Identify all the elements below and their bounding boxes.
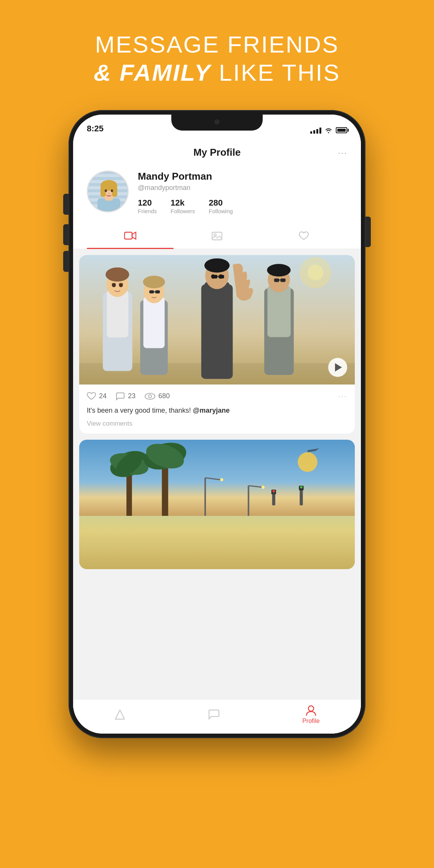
stat-friends: 120 Friends xyxy=(138,198,157,214)
view-comments-button[interactable]: View comments xyxy=(79,418,355,434)
post-caption-1: It's been a very good time, thanks! @mar… xyxy=(79,406,355,418)
feed: 24 23 xyxy=(73,249,361,699)
svg-rect-35 xyxy=(204,282,230,337)
caption-mention[interactable]: @maryjane xyxy=(193,407,230,414)
svg-rect-48 xyxy=(281,278,286,282)
friends-count: 120 xyxy=(138,198,157,208)
svg-point-52 xyxy=(145,393,155,399)
battery-icon xyxy=(336,127,347,133)
friends-label: Friends xyxy=(138,208,157,214)
like-icon xyxy=(87,392,96,400)
svg-rect-32 xyxy=(155,290,160,293)
svg-point-46 xyxy=(267,264,290,276)
avatar xyxy=(87,171,129,212)
stats-row: 120 Friends 12k Followers 280 Following xyxy=(138,198,347,214)
svg-marker-16 xyxy=(132,232,136,239)
svg-point-51 xyxy=(308,265,323,280)
play-button[interactable] xyxy=(328,358,347,377)
svg-point-75 xyxy=(300,486,302,488)
status-time: 8:25 xyxy=(87,124,104,134)
comments-group[interactable]: 23 xyxy=(116,392,136,400)
caption-text: It's been a very good time, thanks! xyxy=(87,407,191,414)
phone-mockup: 8:25 xyxy=(69,110,365,738)
tabs-row xyxy=(73,223,361,249)
play-triangle-icon xyxy=(335,363,342,372)
svg-point-68 xyxy=(262,486,265,489)
following-label: Following xyxy=(209,208,233,214)
user-info: Mandy Portman @mandyportman 120 Friends … xyxy=(138,171,347,214)
wifi-icon xyxy=(324,127,333,134)
svg-point-14 xyxy=(111,189,113,192)
svg-rect-41 xyxy=(219,275,224,278)
svg-point-13 xyxy=(105,189,107,192)
profile-title: My Profile xyxy=(193,147,241,158)
profile-header: My Profile ··· xyxy=(73,137,361,164)
svg-rect-69 xyxy=(272,493,275,505)
followers-label: Followers xyxy=(171,208,195,214)
svg-marker-76 xyxy=(115,710,124,719)
svg-rect-31 xyxy=(149,290,154,293)
stat-followers: 12k Followers xyxy=(171,198,195,214)
views-group: 680 xyxy=(145,392,170,400)
headline-line1: MESSAGE FRIENDS xyxy=(94,30,340,59)
nav-feed[interactable] xyxy=(114,709,126,720)
svg-point-55 xyxy=(298,452,318,472)
avatar-image xyxy=(88,172,129,212)
post-card-2 xyxy=(79,440,355,569)
tab-video[interactable] xyxy=(87,223,174,249)
bottom-nav: Profile xyxy=(73,699,361,734)
post-image-2 xyxy=(79,440,355,569)
view-icon xyxy=(145,393,155,400)
headline: MESSAGE FRIENDS & FAMILY LIKE THIS xyxy=(94,30,340,87)
photo-icon xyxy=(212,231,222,241)
camera-dot xyxy=(214,119,220,124)
heart-icon xyxy=(298,231,309,241)
likes-group[interactable]: 24 xyxy=(87,392,107,400)
svg-point-24 xyxy=(105,267,129,281)
headline-bold: & FAMILY xyxy=(94,59,211,86)
post-card-1: 24 23 xyxy=(79,255,355,434)
profile-nav-icon xyxy=(305,705,317,716)
nav-messages[interactable] xyxy=(208,709,220,720)
svg-rect-47 xyxy=(274,278,279,282)
post-more-button[interactable]: ··· xyxy=(338,391,347,401)
followers-count: 12k xyxy=(171,198,195,208)
svg-rect-15 xyxy=(124,232,132,239)
signal-icon xyxy=(310,127,321,134)
headline-line2: & FAMILY LIKE THIS xyxy=(94,59,340,87)
tab-photos[interactable] xyxy=(174,223,260,249)
more-menu-button[interactable]: ··· xyxy=(338,148,347,158)
likes-count: 24 xyxy=(99,392,107,400)
post-actions-1: 24 23 xyxy=(79,385,355,406)
svg-rect-28 xyxy=(144,297,165,348)
phone-notch xyxy=(171,115,263,131)
phone-screen: 8:25 xyxy=(73,115,361,734)
svg-rect-17 xyxy=(212,232,222,240)
user-section: Mandy Portman @mandyportman 120 Friends … xyxy=(73,164,361,223)
phone-outer: 8:25 xyxy=(69,110,365,738)
tab-likes[interactable] xyxy=(260,223,347,249)
post-image-1 xyxy=(79,255,355,385)
status-icons xyxy=(310,127,347,134)
video-icon xyxy=(124,231,136,240)
comment-icon xyxy=(116,392,125,400)
headline-normal: LIKE THIS xyxy=(211,59,340,86)
user-handle: @mandyportman xyxy=(138,184,347,192)
svg-rect-44 xyxy=(267,286,290,337)
svg-point-65 xyxy=(220,478,223,481)
svg-rect-40 xyxy=(212,275,217,278)
views-count: 680 xyxy=(158,392,170,400)
svg-point-37 xyxy=(204,258,230,272)
post-image-svg-2 xyxy=(79,440,355,516)
svg-point-72 xyxy=(273,492,275,494)
app-content: My Profile ··· xyxy=(73,137,361,734)
messages-icon xyxy=(208,709,220,720)
feed-icon xyxy=(114,709,126,720)
svg-point-30 xyxy=(143,276,165,288)
profile-nav-label: Profile xyxy=(302,718,319,724)
post-image-svg-1 xyxy=(79,255,355,385)
user-name: Mandy Portman xyxy=(138,171,347,182)
nav-profile[interactable]: Profile xyxy=(302,705,319,724)
svg-point-53 xyxy=(148,395,152,398)
svg-rect-73 xyxy=(300,490,303,505)
